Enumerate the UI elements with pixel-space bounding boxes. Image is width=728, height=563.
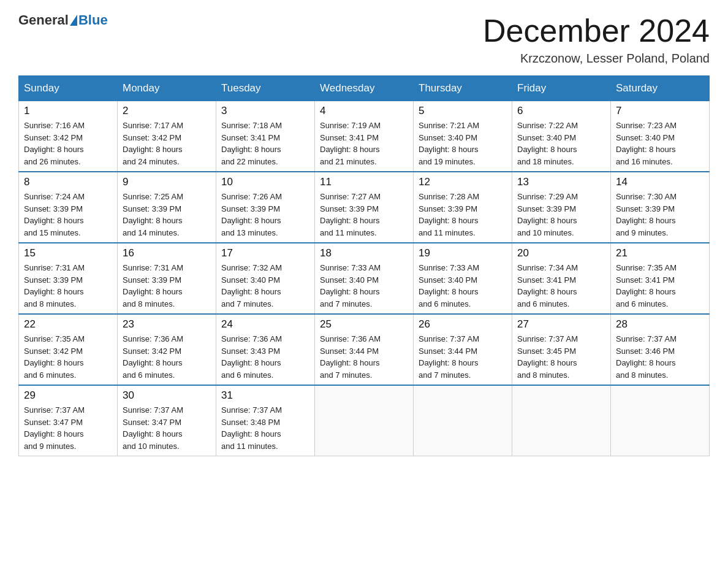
calendar-cell: 9Sunrise: 7:25 AMSunset: 3:39 PMDaylight… bbox=[118, 172, 216, 243]
calendar-table: Sunday Monday Tuesday Wednesday Thursday… bbox=[18, 75, 710, 456]
calendar-cell: 13Sunrise: 7:29 AMSunset: 3:39 PMDayligh… bbox=[512, 172, 611, 243]
day-info: Sunrise: 7:28 AMSunset: 3:39 PMDaylight:… bbox=[419, 191, 507, 239]
page-header: General Blue December 2024 Krzczonow, Le… bbox=[18, 12, 710, 66]
day-info: Sunrise: 7:19 AMSunset: 3:41 PMDaylight:… bbox=[320, 120, 408, 167]
calendar-cell: 16Sunrise: 7:31 AMSunset: 3:39 PMDayligh… bbox=[118, 243, 216, 314]
day-number: 31 bbox=[221, 389, 309, 402]
calendar-week-3: 15Sunrise: 7:31 AMSunset: 3:39 PMDayligh… bbox=[19, 243, 710, 314]
calendar-cell: 6Sunrise: 7:22 AMSunset: 3:40 PMDaylight… bbox=[512, 101, 611, 172]
calendar-cell: 1Sunrise: 7:16 AMSunset: 3:42 PMDaylight… bbox=[19, 101, 118, 172]
day-info: Sunrise: 7:31 AMSunset: 3:39 PMDaylight:… bbox=[24, 262, 112, 310]
calendar-cell: 3Sunrise: 7:18 AMSunset: 3:41 PMDaylight… bbox=[216, 101, 315, 172]
calendar-week-1: 1Sunrise: 7:16 AMSunset: 3:42 PMDaylight… bbox=[19, 101, 710, 172]
calendar-cell: 30Sunrise: 7:37 AMSunset: 3:47 PMDayligh… bbox=[118, 385, 216, 456]
calendar-cell: 27Sunrise: 7:37 AMSunset: 3:45 PMDayligh… bbox=[512, 314, 611, 385]
day-info: Sunrise: 7:32 AMSunset: 3:40 PMDaylight:… bbox=[221, 262, 309, 310]
calendar-cell: 5Sunrise: 7:21 AMSunset: 3:40 PMDaylight… bbox=[414, 101, 512, 172]
day-number: 10 bbox=[221, 176, 309, 188]
calendar-cell: 11Sunrise: 7:27 AMSunset: 3:39 PMDayligh… bbox=[315, 172, 414, 243]
title-area: December 2024 Krzczonow, Lesser Poland, … bbox=[483, 12, 710, 66]
day-number: 2 bbox=[123, 105, 211, 117]
calendar-cell bbox=[315, 385, 414, 456]
day-number: 25 bbox=[320, 318, 408, 331]
day-info: Sunrise: 7:37 AMSunset: 3:48 PMDaylight:… bbox=[221, 404, 309, 452]
day-number: 14 bbox=[616, 176, 704, 188]
col-saturday: Saturday bbox=[611, 76, 710, 101]
calendar-week-5: 29Sunrise: 7:37 AMSunset: 3:47 PMDayligh… bbox=[19, 385, 710, 456]
calendar-week-2: 8Sunrise: 7:24 AMSunset: 3:39 PMDaylight… bbox=[19, 172, 710, 243]
calendar-cell bbox=[512, 385, 611, 456]
day-info: Sunrise: 7:36 AMSunset: 3:44 PMDaylight:… bbox=[320, 333, 408, 381]
day-number: 16 bbox=[123, 247, 211, 259]
day-number: 20 bbox=[517, 247, 605, 259]
calendar-cell: 4Sunrise: 7:19 AMSunset: 3:41 PMDaylight… bbox=[315, 101, 414, 172]
day-info: Sunrise: 7:22 AMSunset: 3:40 PMDaylight:… bbox=[517, 120, 605, 167]
day-info: Sunrise: 7:36 AMSunset: 3:42 PMDaylight:… bbox=[123, 333, 211, 381]
calendar-cell: 25Sunrise: 7:36 AMSunset: 3:44 PMDayligh… bbox=[315, 314, 414, 385]
day-info: Sunrise: 7:36 AMSunset: 3:43 PMDaylight:… bbox=[221, 333, 309, 381]
col-thursday: Thursday bbox=[414, 76, 512, 101]
day-number: 9 bbox=[123, 176, 211, 188]
day-info: Sunrise: 7:37 AMSunset: 3:46 PMDaylight:… bbox=[616, 333, 704, 381]
calendar-cell: 20Sunrise: 7:34 AMSunset: 3:41 PMDayligh… bbox=[512, 243, 611, 314]
day-info: Sunrise: 7:37 AMSunset: 3:44 PMDaylight:… bbox=[419, 333, 507, 381]
day-info: Sunrise: 7:26 AMSunset: 3:39 PMDaylight:… bbox=[221, 191, 309, 239]
location-text: Krzczonow, Lesser Poland, Poland bbox=[483, 52, 710, 66]
day-number: 6 bbox=[517, 105, 605, 117]
calendar-cell: 22Sunrise: 7:35 AMSunset: 3:42 PMDayligh… bbox=[19, 314, 118, 385]
day-number: 11 bbox=[320, 176, 408, 188]
day-info: Sunrise: 7:24 AMSunset: 3:39 PMDaylight:… bbox=[24, 191, 112, 239]
col-friday: Friday bbox=[512, 76, 611, 101]
calendar-cell: 19Sunrise: 7:33 AMSunset: 3:40 PMDayligh… bbox=[414, 243, 512, 314]
day-info: Sunrise: 7:35 AMSunset: 3:41 PMDaylight:… bbox=[616, 262, 704, 310]
month-title: December 2024 bbox=[483, 12, 710, 49]
day-number: 22 bbox=[24, 318, 112, 331]
logo-blue-text: Blue bbox=[78, 12, 108, 28]
day-info: Sunrise: 7:34 AMSunset: 3:41 PMDaylight:… bbox=[517, 262, 605, 310]
day-info: Sunrise: 7:37 AMSunset: 3:45 PMDaylight:… bbox=[517, 333, 605, 381]
calendar-cell: 31Sunrise: 7:37 AMSunset: 3:48 PMDayligh… bbox=[216, 385, 315, 456]
day-info: Sunrise: 7:25 AMSunset: 3:39 PMDaylight:… bbox=[123, 191, 211, 239]
col-monday: Monday bbox=[118, 76, 216, 101]
day-info: Sunrise: 7:33 AMSunset: 3:40 PMDaylight:… bbox=[320, 262, 408, 310]
col-tuesday: Tuesday bbox=[216, 76, 315, 101]
day-number: 3 bbox=[221, 105, 309, 117]
day-info: Sunrise: 7:37 AMSunset: 3:47 PMDaylight:… bbox=[24, 404, 112, 452]
calendar-cell: 18Sunrise: 7:33 AMSunset: 3:40 PMDayligh… bbox=[315, 243, 414, 314]
day-info: Sunrise: 7:33 AMSunset: 3:40 PMDaylight:… bbox=[419, 262, 507, 310]
day-info: Sunrise: 7:27 AMSunset: 3:39 PMDaylight:… bbox=[320, 191, 408, 239]
day-number: 21 bbox=[616, 247, 704, 259]
day-number: 15 bbox=[24, 247, 112, 259]
day-number: 28 bbox=[616, 318, 704, 331]
calendar-cell: 12Sunrise: 7:28 AMSunset: 3:39 PMDayligh… bbox=[414, 172, 512, 243]
day-number: 27 bbox=[517, 318, 605, 331]
day-number: 24 bbox=[221, 318, 309, 331]
day-number: 18 bbox=[320, 247, 408, 259]
day-info: Sunrise: 7:30 AMSunset: 3:39 PMDaylight:… bbox=[616, 191, 704, 239]
calendar-cell: 15Sunrise: 7:31 AMSunset: 3:39 PMDayligh… bbox=[19, 243, 118, 314]
calendar-cell: 21Sunrise: 7:35 AMSunset: 3:41 PMDayligh… bbox=[611, 243, 710, 314]
calendar-cell: 23Sunrise: 7:36 AMSunset: 3:42 PMDayligh… bbox=[118, 314, 216, 385]
day-number: 5 bbox=[419, 105, 507, 117]
calendar-cell: 7Sunrise: 7:23 AMSunset: 3:40 PMDaylight… bbox=[611, 101, 710, 172]
day-info: Sunrise: 7:21 AMSunset: 3:40 PMDaylight:… bbox=[419, 120, 507, 167]
day-number: 23 bbox=[123, 318, 211, 331]
day-number: 26 bbox=[419, 318, 507, 331]
logo-triangle-icon bbox=[70, 15, 77, 26]
day-number: 1 bbox=[24, 105, 112, 117]
day-info: Sunrise: 7:17 AMSunset: 3:42 PMDaylight:… bbox=[123, 120, 211, 167]
calendar-cell: 26Sunrise: 7:37 AMSunset: 3:44 PMDayligh… bbox=[414, 314, 512, 385]
calendar-cell: 17Sunrise: 7:32 AMSunset: 3:40 PMDayligh… bbox=[216, 243, 315, 314]
day-number: 12 bbox=[419, 176, 507, 188]
header-row: Sunday Monday Tuesday Wednesday Thursday… bbox=[19, 76, 710, 101]
calendar-cell: 14Sunrise: 7:30 AMSunset: 3:39 PMDayligh… bbox=[611, 172, 710, 243]
calendar-week-4: 22Sunrise: 7:35 AMSunset: 3:42 PMDayligh… bbox=[19, 314, 710, 385]
day-info: Sunrise: 7:31 AMSunset: 3:39 PMDaylight:… bbox=[123, 262, 211, 310]
calendar-cell: 2Sunrise: 7:17 AMSunset: 3:42 PMDaylight… bbox=[118, 101, 216, 172]
day-info: Sunrise: 7:23 AMSunset: 3:40 PMDaylight:… bbox=[616, 120, 704, 167]
calendar-cell: 10Sunrise: 7:26 AMSunset: 3:39 PMDayligh… bbox=[216, 172, 315, 243]
calendar-cell: 24Sunrise: 7:36 AMSunset: 3:43 PMDayligh… bbox=[216, 314, 315, 385]
col-wednesday: Wednesday bbox=[315, 76, 414, 101]
day-number: 8 bbox=[24, 176, 112, 188]
day-info: Sunrise: 7:37 AMSunset: 3:47 PMDaylight:… bbox=[123, 404, 211, 452]
